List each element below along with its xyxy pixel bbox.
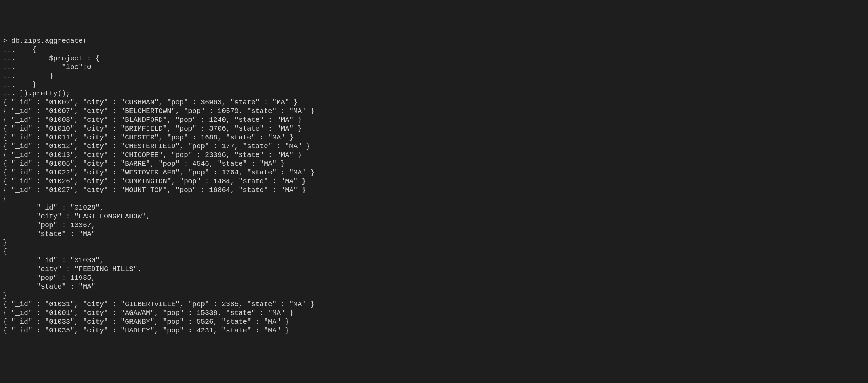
terminal-output[interactable]: > db.zips.aggregate( [ ... { ... $projec…: [3, 37, 865, 335]
